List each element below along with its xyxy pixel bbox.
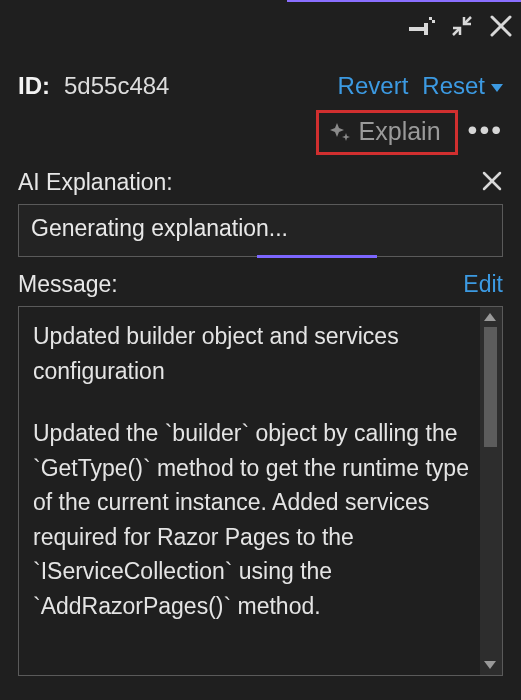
scroll-thumb[interactable]	[484, 327, 497, 447]
chevron-down-icon[interactable]	[491, 84, 503, 92]
id-row: ID: 5d55c484 Revert Reset	[18, 72, 503, 100]
close-panel-icon[interactable]	[487, 12, 515, 40]
scrollbar[interactable]	[480, 307, 502, 675]
id-label: ID:	[18, 72, 50, 100]
message-content[interactable]: Updated builder object and services conf…	[19, 307, 480, 675]
close-explanation-icon[interactable]	[481, 170, 503, 196]
ai-explanation-box: Generating explanation...	[18, 204, 503, 257]
message-header: Message: Edit	[18, 271, 503, 298]
message-paragraph: Updated the `builder` object by calling …	[33, 416, 474, 623]
reset-link[interactable]: Reset	[422, 72, 485, 100]
explain-row: Explain •••	[18, 110, 503, 155]
explain-label: Explain	[359, 117, 441, 146]
id-value: 5d55c484	[64, 72, 169, 100]
titlebar	[0, 2, 521, 50]
scroll-up-icon[interactable]	[484, 313, 496, 321]
svg-rect-1	[424, 23, 428, 35]
svg-rect-3	[432, 20, 435, 23]
ai-explanation-status: Generating explanation...	[31, 215, 288, 241]
progress-indicator	[257, 255, 377, 258]
autohide-icon[interactable]	[407, 17, 437, 35]
message-box: Updated builder object and services conf…	[18, 306, 503, 676]
svg-rect-0	[409, 27, 425, 31]
svg-rect-2	[429, 17, 432, 20]
revert-link[interactable]: Revert	[338, 72, 409, 100]
message-paragraph: Updated builder object and services conf…	[33, 319, 474, 388]
scroll-down-icon[interactable]	[484, 661, 496, 669]
explain-button[interactable]: Explain	[316, 110, 458, 155]
collapse-icon[interactable]	[449, 13, 475, 39]
sparkle-icon	[329, 121, 351, 143]
ai-explanation-header: AI Explanation:	[18, 169, 503, 196]
more-options-icon[interactable]: •••	[468, 114, 503, 152]
edit-link[interactable]: Edit	[463, 271, 503, 298]
commit-panel: ID: 5d55c484 Revert Reset Explain ••• AI…	[0, 72, 521, 690]
message-label: Message:	[18, 271, 118, 298]
ai-explanation-label: AI Explanation:	[18, 169, 173, 196]
reset-dropdown[interactable]: Reset	[422, 72, 503, 100]
